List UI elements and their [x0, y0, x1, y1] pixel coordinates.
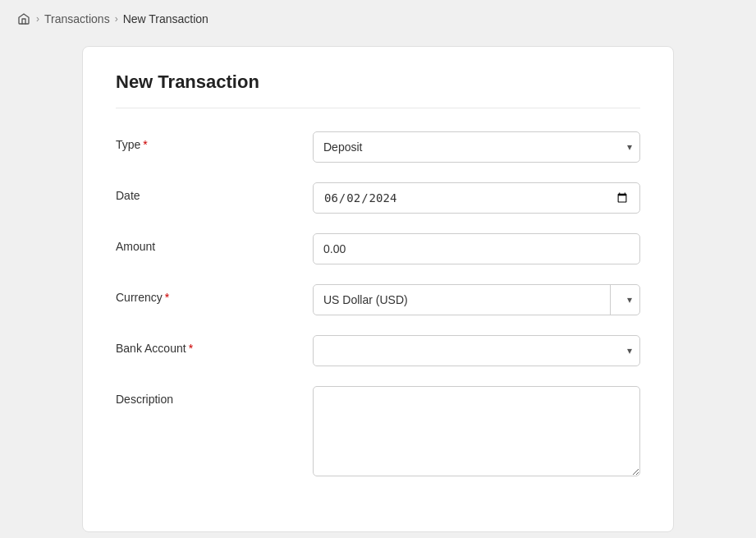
amount-field — [313, 233, 640, 264]
breadcrumb-current: New Transaction — [123, 12, 208, 25]
description-textarea[interactable] — [313, 386, 640, 476]
type-row: Type* Deposit Withdrawal Transfer ▾ — [116, 131, 640, 163]
bank-account-select[interactable] — [313, 335, 640, 366]
description-label: Description — [116, 386, 313, 406]
date-input[interactable] — [313, 182, 640, 214]
page-title: New Transaction — [116, 71, 640, 108]
currency-required: * — [165, 291, 169, 304]
currency-select-wrapper: US Dollar (USD) Euro (EUR) British Pound… — [313, 284, 640, 315]
currency-divider — [610, 284, 611, 315]
main-content: New Transaction Type* Deposit Withdrawal… — [0, 38, 756, 538]
type-field: Deposit Withdrawal Transfer ▾ — [313, 131, 640, 163]
description-row: Description — [116, 386, 640, 479]
bank-account-required: * — [189, 342, 193, 355]
currency-field: US Dollar (USD) Euro (EUR) British Pound… — [313, 284, 640, 315]
breadcrumb-separator-1: › — [36, 13, 39, 25]
bank-account-label: Bank Account* — [116, 335, 313, 355]
breadcrumb: › Transactions › New Transaction — [0, 0, 756, 38]
type-select-wrapper: Deposit Withdrawal Transfer ▾ — [313, 131, 640, 163]
breadcrumb-separator-2: › — [115, 13, 118, 25]
type-required: * — [143, 138, 147, 151]
description-field — [313, 386, 640, 479]
date-label: Date — [116, 182, 313, 202]
currency-select[interactable]: US Dollar (USD) Euro (EUR) British Pound… — [313, 284, 640, 315]
bank-account-row: Bank Account* ▾ — [116, 335, 640, 366]
breadcrumb-transactions[interactable]: Transactions — [44, 12, 110, 25]
type-select[interactable]: Deposit Withdrawal Transfer — [313, 131, 640, 163]
home-icon[interactable] — [16, 11, 31, 26]
amount-label: Amount — [116, 233, 313, 253]
amount-input[interactable] — [313, 233, 640, 264]
amount-row: Amount — [116, 233, 640, 264]
currency-label: Currency* — [116, 284, 313, 304]
form-card: New Transaction Type* Deposit Withdrawal… — [82, 46, 674, 532]
bank-account-select-wrapper: ▾ — [313, 335, 640, 366]
date-row: Date — [116, 182, 640, 214]
bank-account-field: ▾ — [313, 335, 640, 366]
type-label: Type* — [116, 131, 313, 151]
date-field — [313, 182, 640, 214]
currency-row: Currency* US Dollar (USD) Euro (EUR) Bri… — [116, 284, 640, 315]
